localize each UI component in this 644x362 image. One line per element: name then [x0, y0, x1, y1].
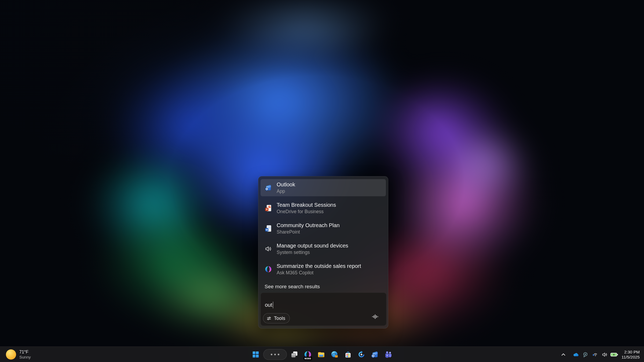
result-subtitle: Ask M365 Copilot: [277, 270, 361, 275]
edge-button[interactable]: [329, 349, 341, 360]
result-subtitle: App: [277, 189, 295, 194]
file-explorer-icon: [317, 350, 325, 359]
result-title: Community Outreach Plan: [277, 222, 340, 228]
loading-dot: [274, 354, 276, 355]
search-input[interactable]: out: [265, 302, 273, 308]
windows-backup-sync-icon: [357, 350, 365, 359]
taskbar: 71°F Sunny: [0, 346, 644, 362]
outlook-button[interactable]: [369, 349, 381, 360]
taskbar-search-box[interactable]: [263, 349, 287, 360]
loading-dot: [278, 354, 279, 355]
windows-backup-button[interactable]: [356, 349, 367, 360]
teams-button[interactable]: T: [382, 349, 394, 360]
clock-date: 11/5/2025: [621, 354, 640, 360]
speaker-icon: [264, 245, 272, 253]
sliders-icon: [266, 316, 272, 321]
voice-waveform-icon: [372, 313, 379, 320]
svg-text:W: W: [266, 228, 268, 231]
search-flyout: Outlook App P Team Breakout Sessions One…: [258, 176, 388, 328]
tools-button-label: Tools: [274, 316, 285, 321]
onedrive-cloud-icon: [573, 352, 579, 358]
powerpoint-icon: P: [264, 204, 272, 212]
weather-widget[interactable]: 71°F Sunny: [3, 347, 34, 362]
search-result-community-outreach[interactable]: W Community Outreach Plan SharePoint: [261, 220, 386, 237]
search-result-team-breakout[interactable]: P Team Breakout Sessions OneDrive for Bu…: [261, 200, 386, 217]
teams-icon: T: [384, 350, 392, 359]
svg-text:P: P: [266, 208, 268, 211]
word-icon: W: [264, 224, 272, 232]
m365-badge: M365: [304, 357, 312, 360]
weather-temperature: 71°F: [19, 350, 31, 354]
copilot-icon: [264, 265, 272, 273]
taskbar-center-icons: M365: [250, 349, 394, 360]
task-view-icon: [290, 350, 298, 359]
file-explorer-button[interactable]: [315, 349, 327, 360]
start-button[interactable]: [250, 349, 262, 360]
result-subtitle: SharePoint: [277, 229, 340, 235]
outlook-icon: [264, 184, 272, 192]
volume-tray-button[interactable]: [600, 349, 609, 360]
search-input-box: out Tools: [261, 293, 386, 326]
search-result-sound-devices[interactable]: Manage output sound devices System setti…: [261, 240, 386, 257]
m365-copilot-button[interactable]: M365: [302, 349, 314, 360]
onedrive-tray-button[interactable]: [571, 349, 580, 360]
clock-widget[interactable]: 2:30 PM 11/5/2025: [621, 349, 640, 360]
edge-icon: [331, 350, 339, 359]
outlook-icon: [371, 350, 379, 359]
system-tray: 2:30 PM 11/5/2025: [559, 347, 642, 362]
speaker-icon: [602, 352, 608, 358]
result-subtitle: System settings: [277, 250, 348, 255]
search-query-text: out: [265, 302, 272, 308]
voice-search-button[interactable]: [371, 313, 379, 321]
network-tray-button[interactable]: [590, 349, 599, 360]
loading-dot: [271, 354, 272, 355]
result-title: Outlook: [277, 182, 295, 187]
see-more-search-results-link[interactable]: See more search results: [265, 284, 386, 291]
microsoft-store-icon: [344, 350, 352, 359]
sun-icon: [6, 349, 16, 360]
result-subtitle: OneDrive for Business: [277, 209, 336, 214]
desktop: Outlook App P Team Breakout Sessions One…: [0, 0, 644, 362]
weather-condition: Sunny: [19, 355, 31, 359]
clock-time: 2:30 PM: [621, 349, 640, 354]
svg-text:T: T: [386, 354, 388, 357]
wifi-secure-icon: [592, 352, 598, 358]
tools-button[interactable]: Tools: [263, 313, 290, 323]
search-result-copilot-suggestion[interactable]: Summarize the outside sales report Ask M…: [261, 261, 386, 278]
text-caret: [273, 302, 273, 308]
studio-effects-tray-button[interactable]: [581, 349, 590, 360]
windows-logo-icon: [252, 350, 260, 359]
chevron-up-icon: [560, 352, 566, 358]
result-title: Manage output sound devices: [277, 243, 348, 249]
show-hidden-icons-button[interactable]: [559, 349, 568, 360]
battery-charging-icon: [610, 352, 618, 358]
result-title: Team Breakout Sessions: [277, 202, 336, 208]
microsoft-store-button[interactable]: [342, 349, 354, 360]
task-view-button[interactable]: [288, 349, 300, 360]
search-result-outlook[interactable]: Outlook App: [261, 179, 386, 196]
result-title: Summarize the outside sales report: [277, 263, 361, 269]
windows-studio-effects-icon: [582, 352, 588, 358]
battery-tray-button[interactable]: [610, 349, 619, 360]
